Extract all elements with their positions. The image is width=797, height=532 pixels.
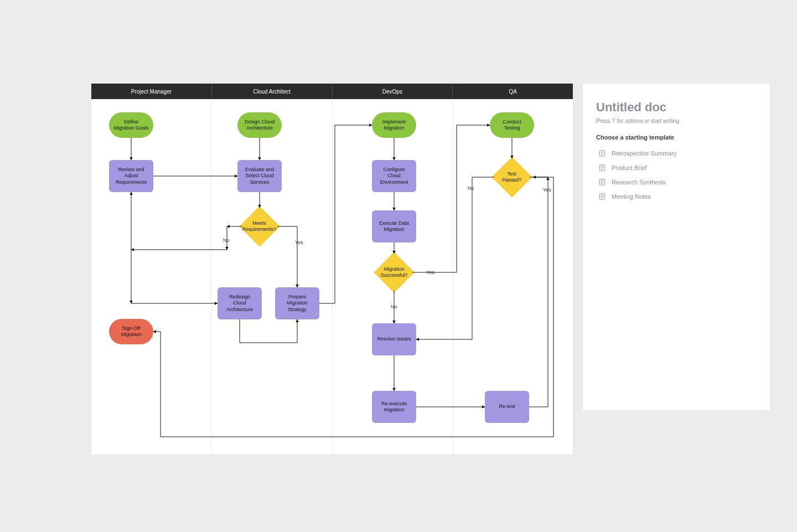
lane-header-do: DevOps bbox=[333, 84, 453, 99]
edge-label-meets-yes: Yes bbox=[295, 240, 303, 245]
doc-hint: Press '/' for options or start writing bbox=[596, 118, 757, 124]
template-label: Research Synthesis bbox=[612, 179, 666, 185]
edge-label-succ-yes: Yes bbox=[426, 270, 434, 275]
lane-header-pm: Project Manager bbox=[91, 84, 212, 99]
node-meets-requirements[interactable]: Meets Requirements? bbox=[239, 206, 280, 247]
node-design-arch[interactable]: Design Cloud Architecture bbox=[237, 112, 282, 138]
node-evaluate-services[interactable]: Evaluate and Select Cloud Services bbox=[237, 160, 282, 192]
lane-header-qa: QA bbox=[453, 84, 573, 99]
edge-label-meets-no: No bbox=[223, 237, 230, 243]
node-prepare-strategy[interactable]: Prepare Migration Strategy bbox=[275, 287, 319, 319]
node-define-goals[interactable]: Define Migration Goals bbox=[109, 112, 153, 138]
doc-panel[interactable]: Untitled doc Press '/' for options or st… bbox=[583, 84, 770, 410]
lane-header-ca: Cloud Architect bbox=[212, 84, 333, 99]
node-conduct-testing[interactable]: Conduct Testing bbox=[490, 112, 534, 138]
edge-label-pass-yes: Yes bbox=[543, 187, 551, 193]
template-label: Meeting Notes bbox=[612, 193, 651, 200]
node-test-passed[interactable]: Test Passed? bbox=[491, 157, 532, 198]
template-retrospective[interactable]: Retrospective Summary bbox=[596, 146, 757, 161]
lane-divider bbox=[452, 99, 453, 454]
template-meeting-notes[interactable]: Meeting Notes bbox=[596, 189, 757, 204]
edge-label-succ-no: No bbox=[391, 304, 397, 309]
node-retest[interactable]: Re-test bbox=[485, 391, 529, 423]
swimlane-header: Project Manager Cloud Architect DevOps Q… bbox=[91, 84, 573, 99]
template-product-brief[interactable]: Product Brief bbox=[596, 161, 757, 175]
node-execute-migration[interactable]: Execute Data Migration bbox=[372, 210, 416, 242]
node-reexecute-migration[interactable]: Re-execute migration bbox=[372, 391, 416, 423]
node-redesign-arch[interactable]: Redesign Cloud Architecture bbox=[218, 287, 262, 319]
node-configure-env[interactable]: Configure Cloud Environment bbox=[372, 160, 416, 192]
edge-label-pass-no: No bbox=[468, 185, 474, 191]
node-implement-migration[interactable]: Implement Migration bbox=[372, 112, 416, 138]
doc-template-icon bbox=[598, 164, 606, 172]
lane-divider bbox=[211, 99, 212, 454]
template-section-heading: Choose a starting template bbox=[596, 134, 757, 141]
node-resolve-issues[interactable]: Resolve Issues bbox=[372, 323, 416, 355]
doc-template-icon bbox=[598, 149, 606, 157]
doc-title[interactable]: Untitled doc bbox=[596, 100, 757, 115]
node-review-requirements[interactable]: Review and Adjust Requirements bbox=[109, 160, 153, 192]
flowchart-canvas[interactable]: Project Manager Cloud Architect DevOps Q… bbox=[91, 84, 573, 454]
template-label: Product Brief bbox=[612, 164, 647, 171]
doc-template-icon bbox=[598, 178, 606, 186]
node-migration-successful[interactable]: Migration Successful? bbox=[374, 252, 415, 293]
lane-divider bbox=[332, 99, 333, 454]
node-sign-off[interactable]: Sign Off Migration bbox=[109, 319, 153, 344]
doc-template-icon bbox=[598, 193, 606, 200]
template-label: Retrospective Summary bbox=[612, 150, 676, 157]
template-research-synthesis[interactable]: Research Synthesis bbox=[596, 175, 757, 189]
